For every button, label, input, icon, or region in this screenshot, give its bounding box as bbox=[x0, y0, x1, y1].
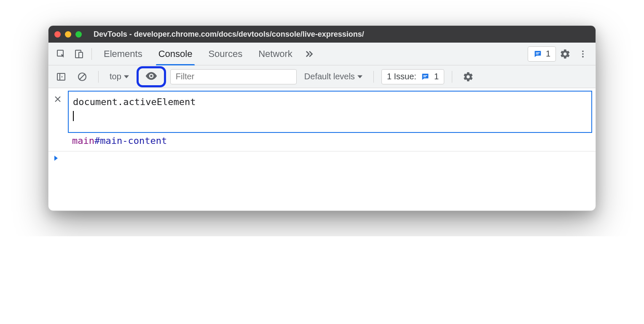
result-tag: main bbox=[72, 135, 94, 146]
svg-point-7 bbox=[582, 56, 584, 57]
svg-rect-3 bbox=[536, 52, 539, 53]
remove-live-expression-button[interactable] bbox=[52, 93, 64, 105]
window-controls bbox=[54, 31, 82, 38]
result-id: #main-content bbox=[94, 135, 167, 146]
text-cursor bbox=[73, 111, 74, 121]
prompt-caret-icon bbox=[54, 156, 58, 161]
svg-point-10 bbox=[150, 75, 152, 77]
maximize-window-button[interactable] bbox=[75, 31, 82, 38]
console-toolbar: top Default levels 1 Issue: 1 bbox=[48, 65, 596, 88]
console-prompt[interactable] bbox=[48, 151, 596, 211]
messages-chip[interactable]: 1 bbox=[528, 46, 556, 62]
issues-chip[interactable]: 1 Issue: 1 bbox=[381, 69, 444, 84]
inspect-element-icon[interactable] bbox=[53, 46, 70, 62]
svg-point-6 bbox=[582, 53, 584, 55]
issues-label: 1 Issue: bbox=[387, 72, 416, 81]
device-toolbar-icon[interactable] bbox=[70, 46, 87, 62]
chevron-down-icon bbox=[357, 74, 362, 79]
titlebar: DevTools - developer.chrome.com/docs/dev… bbox=[48, 26, 596, 43]
live-expression-result[interactable]: main#main-content bbox=[68, 133, 592, 147]
svg-rect-11 bbox=[423, 75, 427, 76]
message-icon bbox=[421, 72, 430, 81]
live-expression-row: document.activeElement main#main-content bbox=[48, 88, 596, 151]
message-icon bbox=[533, 49, 542, 59]
tab-console[interactable]: Console bbox=[151, 43, 200, 65]
messages-count: 1 bbox=[546, 49, 550, 59]
console-settings-icon[interactable] bbox=[460, 68, 477, 85]
log-levels-label: Default levels bbox=[304, 72, 355, 81]
log-levels-selector[interactable]: Default levels bbox=[301, 72, 366, 81]
create-live-expression-icon[interactable] bbox=[145, 69, 158, 84]
divider bbox=[98, 71, 99, 83]
devtools-window: DevTools - developer.chrome.com/docs/dev… bbox=[48, 25, 596, 211]
svg-rect-12 bbox=[423, 76, 426, 77]
live-expression-body: document.activeElement main#main-content bbox=[68, 91, 592, 147]
main-tabbar: Elements Console Sources Network 1 bbox=[48, 43, 596, 65]
minimize-window-button[interactable] bbox=[65, 31, 71, 38]
live-expression-text: document.activeElement bbox=[73, 97, 196, 107]
svg-rect-4 bbox=[536, 54, 538, 54]
close-window-button[interactable] bbox=[54, 31, 61, 38]
svg-rect-8 bbox=[57, 73, 65, 80]
issues-count: 1 bbox=[434, 72, 439, 81]
tab-network[interactable]: Network bbox=[251, 43, 300, 65]
more-options-icon[interactable] bbox=[574, 46, 591, 62]
settings-icon[interactable] bbox=[557, 46, 574, 62]
execution-context-label: top bbox=[110, 72, 121, 81]
tab-elements[interactable]: Elements bbox=[96, 43, 150, 65]
window-title: DevTools - developer.chrome.com/docs/dev… bbox=[94, 30, 590, 39]
clear-console-icon[interactable] bbox=[74, 68, 91, 85]
divider bbox=[452, 71, 452, 83]
console-sidebar-toggle-icon[interactable] bbox=[53, 68, 70, 85]
live-expression-editor[interactable]: document.activeElement bbox=[68, 91, 592, 133]
svg-point-5 bbox=[582, 50, 584, 52]
filter-input[interactable] bbox=[170, 69, 297, 84]
divider bbox=[91, 48, 92, 60]
execution-context-selector[interactable]: top bbox=[106, 72, 132, 81]
divider bbox=[373, 71, 374, 83]
tab-sources[interactable]: Sources bbox=[201, 43, 250, 65]
more-tabs-icon[interactable] bbox=[301, 46, 318, 62]
live-expression-button-highlight bbox=[137, 66, 166, 87]
svg-rect-2 bbox=[79, 52, 83, 58]
chevron-down-icon bbox=[124, 74, 129, 79]
